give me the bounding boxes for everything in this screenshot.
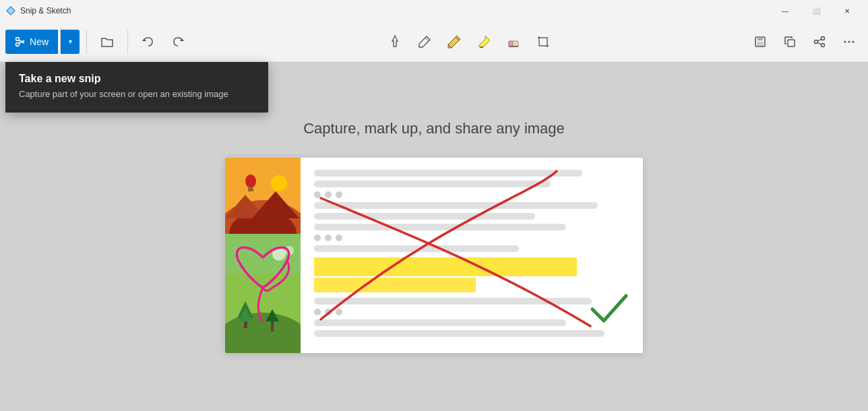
- svg-rect-12: [509, 41, 513, 46]
- share-icon: [813, 35, 826, 49]
- new-label: New: [30, 36, 49, 47]
- svg-point-21: [815, 40, 818, 43]
- title-bar: Snip & Sketch — ⬜ ✕: [0, 0, 868, 22]
- ballpoint-pen-icon: [417, 34, 432, 49]
- redo-icon: [171, 35, 185, 49]
- svg-line-23: [817, 42, 822, 44]
- toolbar-center: [191, 28, 747, 55]
- main-headline: Capture, mark up, and share any image: [303, 120, 565, 137]
- redo-button[interactable]: [164, 28, 191, 55]
- folder-icon: [100, 35, 114, 49]
- svg-rect-42: [271, 321, 274, 331]
- svg-point-3: [16, 42, 20, 46]
- save-button[interactable]: [747, 28, 774, 55]
- svg-point-20: [822, 43, 825, 46]
- toolbar-left: New ▾: [5, 28, 191, 55]
- demo-content-right: [301, 158, 643, 353]
- highlight-bar-1: [314, 257, 577, 276]
- touch-select-icon: [388, 34, 402, 49]
- title-bar-left: Snip & Sketch: [5, 5, 71, 16]
- svg-rect-14: [539, 38, 547, 46]
- new-button[interactable]: New: [5, 30, 58, 54]
- separator-1: [86, 30, 87, 54]
- main-content: Capture, mark up, and share any image: [0, 62, 868, 411]
- demo-images-left: [225, 158, 301, 353]
- undo-button[interactable]: [135, 28, 162, 55]
- window-controls: — ⬜ ✕: [770, 0, 863, 22]
- highlight-bar-2: [314, 278, 476, 292]
- pencil-icon: [447, 34, 462, 49]
- dropdown-title: Take a new snip: [19, 73, 255, 85]
- eraser-icon: [506, 34, 521, 49]
- more-button[interactable]: [836, 28, 863, 55]
- highlighter-button[interactable]: [470, 28, 497, 55]
- close-button[interactable]: ✕: [832, 0, 863, 22]
- copy-button[interactable]: [776, 28, 803, 55]
- toolbar: New ▾: [0, 22, 868, 62]
- app-icon: [5, 5, 16, 16]
- svg-line-22: [817, 39, 822, 41]
- green-image: [225, 234, 301, 353]
- open-button[interactable]: [94, 28, 121, 55]
- app-title: Snip & Sketch: [20, 6, 71, 15]
- svg-marker-7: [180, 38, 184, 41]
- svg-point-33: [245, 175, 256, 188]
- separator-2: [127, 30, 128, 54]
- content-lines-1: [314, 170, 629, 252]
- svg-point-45: [272, 247, 286, 261]
- content-lines-2: [314, 298, 629, 337]
- svg-rect-16: [757, 37, 763, 40]
- pencil-button[interactable]: [441, 28, 468, 55]
- svg-rect-17: [757, 42, 764, 46]
- svg-point-24: [844, 40, 846, 42]
- scissors-icon: [15, 36, 26, 47]
- ballpoint-pen-button[interactable]: [411, 28, 438, 55]
- share-button[interactable]: [806, 28, 833, 55]
- toolbar-right: [747, 28, 863, 55]
- svg-point-26: [852, 40, 855, 42]
- svg-point-32: [271, 175, 287, 191]
- maximize-button[interactable]: ⬜: [801, 0, 832, 22]
- eraser-button[interactable]: [500, 28, 527, 55]
- new-dropdown-button[interactable]: ▾: [61, 30, 80, 54]
- svg-rect-34: [248, 188, 253, 191]
- svg-point-38: [225, 313, 301, 353]
- undo-icon: [142, 35, 155, 49]
- copy-icon: [783, 35, 797, 49]
- crop-button[interactable]: [530, 28, 557, 55]
- svg-point-25: [848, 40, 850, 42]
- crop-icon: [536, 34, 551, 49]
- sunset-image: [225, 158, 301, 234]
- more-icon: [842, 35, 856, 49]
- green-scene-svg: [225, 234, 301, 353]
- svg-point-19: [822, 36, 825, 40]
- svg-marker-6: [142, 38, 146, 41]
- minimize-button[interactable]: —: [770, 0, 801, 22]
- touch-select-button[interactable]: [381, 28, 408, 55]
- svg-point-46: [284, 246, 294, 255]
- demo-card: [225, 158, 643, 353]
- dropdown-subtitle: Capture part of your screen or open an e…: [19, 89, 255, 99]
- highlighter-icon: [476, 34, 491, 49]
- new-snip-dropdown: Take a new snip Capture part of your scr…: [5, 62, 268, 113]
- sunset-scene-svg: [225, 158, 301, 234]
- svg-point-2: [16, 37, 20, 40]
- svg-rect-18: [788, 40, 795, 46]
- save-icon: [753, 35, 767, 49]
